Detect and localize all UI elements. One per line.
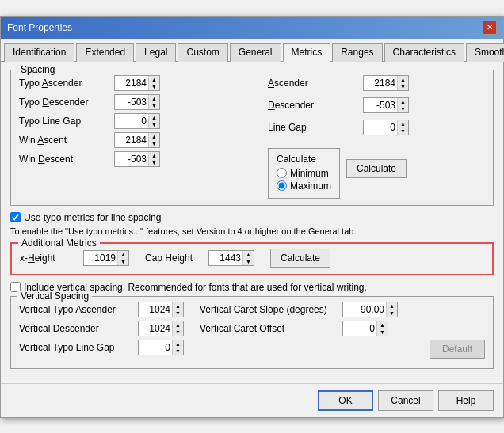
ascender-down[interactable]: ▼ <box>398 83 408 90</box>
line-gap-spinbox[interactable]: ▲ ▼ <box>363 120 409 135</box>
help-button[interactable]: Help <box>438 390 494 411</box>
vert-line-gap-input[interactable] <box>139 340 172 355</box>
typo-ascender-input[interactable] <box>115 76 148 90</box>
close-button[interactable]: ✕ <box>483 21 497 35</box>
cap-height-spinbox[interactable]: ▲ ▼ <box>208 250 254 266</box>
vert-line-gap-spinbox[interactable]: ▲ ▼ <box>138 340 184 355</box>
default-button[interactable]: Default <box>430 340 485 359</box>
spacing-section-label: Spacing <box>17 64 58 75</box>
use-typo-metrics-checkbox[interactable] <box>10 212 21 222</box>
cap-height-down[interactable]: ▼ <box>243 258 254 265</box>
x-height-down[interactable]: ▼ <box>118 258 128 265</box>
vert-caret-slope-up[interactable]: ▲ <box>387 302 397 310</box>
typo-descender-down[interactable]: ▼ <box>149 102 159 109</box>
vert-caret-offset-row: Vertical Caret Offset ▲ ▼ <box>200 321 485 336</box>
typo-line-gap-up[interactable]: ▲ <box>149 114 159 121</box>
vert-typo-asc-down[interactable]: ▼ <box>173 310 183 317</box>
typo-ascender-row: Typo Ascender ▲ ▼ <box>19 75 236 91</box>
line-gap-down[interactable]: ▼ <box>398 127 408 135</box>
tab-ranges[interactable]: Ranges <box>332 43 382 62</box>
maximum-radio[interactable] <box>277 180 287 191</box>
vert-caret-slope-input[interactable] <box>343 302 386 317</box>
vert-line-gap-up[interactable]: ▲ <box>173 340 183 348</box>
descender-input[interactable] <box>364 98 397 112</box>
tab-general[interactable]: General <box>230 43 281 62</box>
vert-caret-slope-spinbox[interactable]: ▲ ▼ <box>342 302 398 317</box>
vert-typo-asc-input[interactable] <box>139 302 172 317</box>
line-gap-up[interactable]: ▲ <box>398 120 408 127</box>
tab-metrics[interactable]: Metrics <box>283 43 331 62</box>
calculate-button[interactable]: Calculate <box>346 159 407 178</box>
cap-height-input[interactable] <box>209 251 242 265</box>
win-descent-spinbox[interactable]: ▲ ▼ <box>114 151 160 167</box>
win-descent-down[interactable]: ▼ <box>149 159 159 166</box>
win-ascent-input[interactable] <box>115 133 148 147</box>
win-ascent-up[interactable]: ▲ <box>149 133 159 140</box>
vertical-right-col: Vertical Caret Slope (degrees) ▲ ▼ Verti… <box>200 302 485 362</box>
vert-desc-spinbox[interactable]: ▲ ▼ <box>138 321 184 336</box>
typo-ascender-down[interactable]: ▼ <box>149 83 159 90</box>
additional-metrics-label: Additional Metrics <box>18 237 100 249</box>
typo-descender-spinbox[interactable]: ▲ ▼ <box>114 94 160 110</box>
win-descent-up[interactable]: ▲ <box>149 152 159 159</box>
tab-characteristics[interactable]: Characteristics <box>384 43 464 62</box>
descender-spinbox[interactable]: ▲ ▼ <box>363 97 409 113</box>
tab-identification[interactable]: Identification <box>4 43 74 62</box>
minimum-label: Minimum <box>290 168 329 179</box>
descender-down[interactable]: ▼ <box>398 105 408 112</box>
tab-legal[interactable]: Legal <box>136 43 176 62</box>
typo-line-gap-spinbox[interactable]: ▲ ▼ <box>114 113 160 129</box>
vert-typo-asc-row: Vertical Typo Ascender ▲ ▼ <box>19 302 184 317</box>
vert-desc-row: Vertical Descender ▲ ▼ <box>19 321 184 336</box>
typo-ascender-spinbox[interactable]: ▲ ▼ <box>114 75 160 91</box>
vert-caret-offset-down[interactable]: ▼ <box>377 329 388 336</box>
ascender-row: Ascender ▲ ▼ <box>268 75 485 91</box>
vert-caret-offset-input[interactable] <box>343 321 376 336</box>
vert-caret-slope-label: Vertical Caret Slope (degrees) <box>200 304 342 315</box>
typo-ascender-label: Typo Ascender <box>19 78 114 89</box>
vert-caret-offset-label: Vertical Caret Offset <box>200 323 342 334</box>
vert-typo-asc-up[interactable]: ▲ <box>173 302 183 310</box>
win-descent-input[interactable] <box>115 152 148 166</box>
spacing-left-col: Typo Ascender ▲ ▼ Typo Descender <box>19 75 236 199</box>
vert-typo-asc-spinbox[interactable]: ▲ ▼ <box>138 302 184 317</box>
line-gap-input[interactable] <box>364 120 397 135</box>
vert-desc-input[interactable] <box>139 321 172 336</box>
vert-default-row: Default <box>200 340 485 359</box>
tab-extended[interactable]: Extended <box>76 43 134 62</box>
cap-height-up[interactable]: ▲ <box>243 251 254 258</box>
calculate-section: Calculate Minimum Maximum <box>268 148 340 199</box>
ok-button[interactable]: OK <box>318 390 373 411</box>
ascender-spinbox[interactable]: ▲ ▼ <box>363 75 409 91</box>
descender-up[interactable]: ▲ <box>398 98 408 105</box>
x-height-input[interactable] <box>84 251 117 265</box>
vert-caret-slope-down[interactable]: ▼ <box>387 310 397 317</box>
x-height-spinbox[interactable]: ▲ ▼ <box>83 250 129 266</box>
vert-line-gap-label: Vertical Typo Line Gap <box>19 342 138 353</box>
win-ascent-spinbox[interactable]: ▲ ▼ <box>114 132 160 148</box>
win-ascent-down[interactable]: ▼ <box>149 140 159 147</box>
cap-height-label: Cap Height <box>137 253 200 264</box>
vert-desc-up[interactable]: ▲ <box>173 321 183 329</box>
typo-descender-input[interactable] <box>115 95 148 109</box>
ascender-up[interactable]: ▲ <box>398 76 408 83</box>
calculate-area: Calculate Minimum Maximum Calculat <box>268 145 485 199</box>
calculate-btn-area: Calculate <box>340 145 407 178</box>
tab-custom[interactable]: Custom <box>178 43 227 62</box>
vert-line-gap-down[interactable]: ▼ <box>173 348 183 355</box>
tab-smoothing[interactable]: Smoothing <box>466 43 504 62</box>
minimum-radio[interactable] <box>277 168 287 178</box>
vert-desc-down[interactable]: ▼ <box>173 329 183 336</box>
vert-caret-offset-up[interactable]: ▲ <box>377 321 388 329</box>
cancel-button[interactable]: Cancel <box>378 390 433 411</box>
vert-caret-offset-spinbox[interactable]: ▲ ▼ <box>342 321 388 336</box>
additional-calculate-button[interactable]: Calculate <box>270 249 330 268</box>
typo-line-gap-input[interactable] <box>115 114 148 128</box>
vertical-spacing-section: Vertical Spacing Vertical Typo Ascender … <box>10 296 494 369</box>
typo-line-gap-down[interactable]: ▼ <box>149 121 159 128</box>
x-height-up[interactable]: ▲ <box>118 251 128 258</box>
typo-ascender-up[interactable]: ▲ <box>149 76 159 83</box>
typo-descender-up[interactable]: ▲ <box>149 95 159 102</box>
win-ascent-label: Win Ascent <box>19 135 114 146</box>
ascender-input[interactable] <box>364 76 397 90</box>
